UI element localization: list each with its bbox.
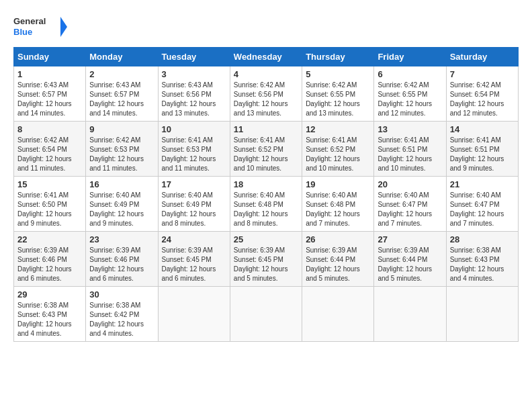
day-number: 25 [234, 234, 298, 244]
logo-icon: General Blue [13, 13, 67, 40]
calendar-cell: 18Sunrise: 6:40 AMSunset: 6:48 PMDayligh… [230, 177, 302, 232]
day-info: Sunrise: 6:41 AMSunset: 6:52 PMDaylight:… [306, 136, 370, 173]
day-number: 19 [306, 179, 370, 189]
calendar-cell [158, 287, 230, 342]
day-info: Sunrise: 6:39 AMSunset: 6:44 PMDaylight:… [378, 246, 442, 283]
day-number: 8 [17, 124, 82, 134]
calendar-cell: 13Sunrise: 6:41 AMSunset: 6:51 PMDayligh… [374, 122, 446, 177]
day-info: Sunrise: 6:42 AMSunset: 6:56 PMDaylight:… [234, 81, 298, 118]
day-info: Sunrise: 6:39 AMSunset: 6:44 PMDaylight:… [306, 246, 370, 283]
day-info: Sunrise: 6:41 AMSunset: 6:51 PMDaylight:… [378, 136, 442, 173]
day-header-tuesday: Tuesday [158, 48, 230, 66]
calendar-cell: 15Sunrise: 6:41 AMSunset: 6:50 PMDayligh… [14, 177, 86, 232]
day-header-sunday: Sunday [14, 48, 86, 66]
day-number: 11 [234, 124, 298, 134]
calendar-cell [302, 287, 374, 342]
svg-text:Blue: Blue [13, 27, 32, 37]
calendar-cell: 21Sunrise: 6:40 AMSunset: 6:47 PMDayligh… [446, 177, 518, 232]
calendar-cell: 8Sunrise: 6:42 AMSunset: 6:54 PMDaylight… [14, 122, 86, 177]
day-info: Sunrise: 6:41 AMSunset: 6:53 PMDaylight:… [162, 136, 226, 173]
day-info: Sunrise: 6:39 AMSunset: 6:45 PMDaylight:… [234, 246, 298, 283]
calendar-cell: 4Sunrise: 6:42 AMSunset: 6:56 PMDaylight… [230, 66, 302, 122]
calendar-cell: 3Sunrise: 6:43 AMSunset: 6:56 PMDaylight… [158, 66, 230, 122]
day-number: 29 [17, 289, 82, 300]
day-info: Sunrise: 6:39 AMSunset: 6:45 PMDaylight:… [162, 246, 226, 283]
calendar-header-row: SundayMondayTuesdayWednesdayThursdayFrid… [14, 48, 519, 66]
calendar-week-1: 1Sunrise: 6:43 AMSunset: 6:57 PMDaylight… [14, 66, 519, 122]
calendar-cell: 14Sunrise: 6:41 AMSunset: 6:51 PMDayligh… [446, 122, 518, 177]
day-number: 23 [89, 234, 154, 244]
day-info: Sunrise: 6:42 AMSunset: 6:55 PMDaylight:… [306, 81, 370, 118]
day-number: 28 [450, 234, 515, 244]
day-number: 2 [89, 69, 154, 79]
day-header-thursday: Thursday [302, 48, 374, 66]
svg-marker-2 [60, 17, 67, 37]
day-info: Sunrise: 6:40 AMSunset: 6:48 PMDaylight:… [234, 191, 298, 228]
calendar-cell: 23Sunrise: 6:39 AMSunset: 6:46 PMDayligh… [86, 232, 158, 287]
day-number: 22 [17, 234, 82, 244]
page-header: General Blue [13, 13, 519, 40]
day-info: Sunrise: 6:41 AMSunset: 6:52 PMDaylight:… [234, 136, 298, 173]
calendar-cell: 22Sunrise: 6:39 AMSunset: 6:46 PMDayligh… [14, 232, 86, 287]
day-number: 6 [378, 69, 442, 79]
day-info: Sunrise: 6:38 AMSunset: 6:43 PMDaylight:… [17, 301, 82, 338]
day-info: Sunrise: 6:42 AMSunset: 6:53 PMDaylight:… [89, 136, 154, 173]
calendar-cell: 25Sunrise: 6:39 AMSunset: 6:45 PMDayligh… [230, 232, 302, 287]
day-number: 3 [162, 69, 226, 79]
day-header-saturday: Saturday [446, 48, 518, 66]
calendar-cell: 9Sunrise: 6:42 AMSunset: 6:53 PMDaylight… [86, 122, 158, 177]
day-number: 27 [378, 234, 442, 244]
day-info: Sunrise: 6:42 AMSunset: 6:55 PMDaylight:… [378, 81, 442, 118]
day-header-friday: Friday [374, 48, 446, 66]
calendar-cell: 29Sunrise: 6:38 AMSunset: 6:43 PMDayligh… [14, 287, 86, 342]
day-info: Sunrise: 6:42 AMSunset: 6:54 PMDaylight:… [450, 81, 515, 118]
calendar-week-4: 22Sunrise: 6:39 AMSunset: 6:46 PMDayligh… [14, 232, 519, 287]
day-info: Sunrise: 6:40 AMSunset: 6:49 PMDaylight:… [162, 191, 226, 228]
day-info: Sunrise: 6:38 AMSunset: 6:42 PMDaylight:… [89, 301, 154, 338]
day-number: 21 [450, 179, 515, 189]
calendar-week-3: 15Sunrise: 6:41 AMSunset: 6:50 PMDayligh… [14, 177, 519, 232]
day-header-wednesday: Wednesday [230, 48, 302, 66]
day-info: Sunrise: 6:39 AMSunset: 6:46 PMDaylight:… [17, 246, 82, 283]
day-info: Sunrise: 6:38 AMSunset: 6:43 PMDaylight:… [450, 246, 515, 283]
day-number: 15 [17, 179, 82, 189]
calendar-table: SundayMondayTuesdayWednesdayThursdayFrid… [13, 47, 519, 342]
calendar-week-5: 29Sunrise: 6:38 AMSunset: 6:43 PMDayligh… [14, 287, 519, 342]
calendar-cell: 26Sunrise: 6:39 AMSunset: 6:44 PMDayligh… [302, 232, 374, 287]
logo: General Blue [13, 13, 67, 40]
day-number: 24 [162, 234, 226, 244]
day-info: Sunrise: 6:40 AMSunset: 6:49 PMDaylight:… [89, 191, 154, 228]
calendar-cell [230, 287, 302, 342]
day-info: Sunrise: 6:40 AMSunset: 6:47 PMDaylight:… [378, 191, 442, 228]
day-number: 10 [162, 124, 226, 134]
day-number: 4 [234, 69, 298, 79]
calendar-cell: 19Sunrise: 6:40 AMSunset: 6:48 PMDayligh… [302, 177, 374, 232]
day-number: 1 [17, 69, 82, 79]
day-number: 14 [450, 124, 515, 134]
day-number: 20 [378, 179, 442, 189]
calendar-cell: 27Sunrise: 6:39 AMSunset: 6:44 PMDayligh… [374, 232, 446, 287]
calendar-cell: 6Sunrise: 6:42 AMSunset: 6:55 PMDaylight… [374, 66, 446, 122]
day-number: 18 [234, 179, 298, 189]
day-number: 7 [450, 69, 515, 79]
day-number: 17 [162, 179, 226, 189]
calendar-week-2: 8Sunrise: 6:42 AMSunset: 6:54 PMDaylight… [14, 122, 519, 177]
day-number: 5 [306, 69, 370, 79]
calendar-cell: 2Sunrise: 6:43 AMSunset: 6:57 PMDaylight… [86, 66, 158, 122]
day-info: Sunrise: 6:40 AMSunset: 6:47 PMDaylight:… [450, 191, 515, 228]
calendar-cell: 12Sunrise: 6:41 AMSunset: 6:52 PMDayligh… [302, 122, 374, 177]
calendar-cell: 7Sunrise: 6:42 AMSunset: 6:54 PMDaylight… [446, 66, 518, 122]
day-number: 13 [378, 124, 442, 134]
day-info: Sunrise: 6:43 AMSunset: 6:57 PMDaylight:… [17, 81, 82, 118]
svg-text:General: General [13, 16, 46, 26]
day-header-monday: Monday [86, 48, 158, 66]
day-info: Sunrise: 6:41 AMSunset: 6:50 PMDaylight:… [17, 191, 82, 228]
day-number: 26 [306, 234, 370, 244]
calendar-cell: 5Sunrise: 6:42 AMSunset: 6:55 PMDaylight… [302, 66, 374, 122]
day-number: 9 [89, 124, 154, 134]
calendar-cell: 28Sunrise: 6:38 AMSunset: 6:43 PMDayligh… [446, 232, 518, 287]
calendar-cell: 1Sunrise: 6:43 AMSunset: 6:57 PMDaylight… [14, 66, 86, 122]
calendar-cell: 30Sunrise: 6:38 AMSunset: 6:42 PMDayligh… [86, 287, 158, 342]
calendar-cell [446, 287, 518, 342]
day-info: Sunrise: 6:42 AMSunset: 6:54 PMDaylight:… [17, 136, 82, 173]
